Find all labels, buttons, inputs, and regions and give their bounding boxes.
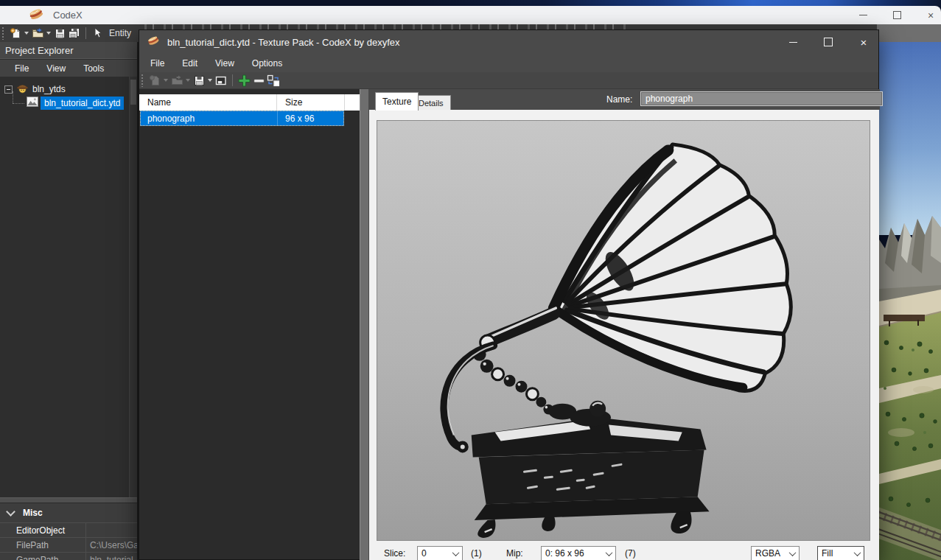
slice-count: (1) [471, 548, 482, 559]
open-project-button[interactable] [30, 26, 45, 41]
chevron-down-icon [854, 549, 861, 556]
tab-texture[interactable]: Texture [375, 92, 419, 111]
list-preview-splitter[interactable] [360, 89, 369, 560]
mip-value: 0: 96 x 96 [545, 548, 584, 559]
minimize-icon [789, 42, 797, 43]
new-document-icon [149, 74, 161, 86]
new-button-disabled[interactable] [147, 73, 162, 88]
property-value[interactable]: bln_tutorial_ [86, 553, 137, 560]
export-texture-button[interactable] [214, 73, 228, 88]
property-value[interactable]: C:\Users\Ga [86, 538, 137, 552]
menu-edit[interactable]: Edit [173, 55, 206, 71]
menu-file[interactable]: File [6, 61, 38, 76]
open-button-disabled[interactable] [169, 73, 184, 88]
texture-pack-window: bln_tutorial_dict.ytd - Texture Pack - C… [139, 29, 879, 560]
mip-count: (7) [625, 548, 636, 559]
panel-splitter[interactable] [0, 497, 137, 503]
save-all-button[interactable] [67, 26, 82, 41]
main-window-title: CodeX [53, 10, 83, 21]
tree-node-root[interactable]: bln_ytds [4, 83, 66, 96]
texture-row-phonograph[interactable]: phonograph 96 x 96 [140, 111, 344, 126]
tab-strip: Texture Details Name: [369, 89, 880, 110]
property-label: EditorObject [16, 523, 86, 537]
main-titlebar: CodeX × [0, 6, 941, 24]
texture-minimize-button[interactable] [787, 36, 799, 48]
misc-properties-panel: Misc EditorObject FilePath C:\Users\Ga G… [0, 503, 137, 560]
property-row-gamepath[interactable]: GamePath bln_tutorial_ [0, 552, 137, 560]
new-document-icon [10, 27, 21, 39]
texture-name-input[interactable] [640, 91, 883, 106]
property-label: GamePath [16, 553, 86, 560]
menu-tools[interactable]: Tools [74, 61, 113, 76]
open-dropdown-caret-icon[interactable] [46, 32, 51, 35]
menu-view[interactable]: View [206, 55, 243, 71]
select-tool-button[interactable] [90, 26, 105, 41]
new-dropdown-caret-icon[interactable] [24, 32, 29, 35]
game-viewport[interactable] [879, 42, 941, 560]
texture-preview [377, 120, 870, 541]
toolbar-right-fill [877, 24, 941, 42]
new-dropdown-caret-icon[interactable] [164, 79, 168, 82]
chevron-down-icon [606, 549, 613, 556]
menu-file[interactable]: File [141, 55, 173, 71]
save-dropdown-caret-icon[interactable] [208, 79, 212, 82]
image-file-icon [27, 97, 38, 110]
project-tree: bln_ytds bln_tutorial_dict.ytd [0, 77, 137, 497]
texture-window-menubar: File Edit View Options [139, 54, 878, 72]
channels-value: RGBA [755, 548, 780, 559]
main-minimize-button[interactable] [857, 10, 869, 21]
collapse-icon[interactable] [4, 85, 13, 94]
mip-label: Mip: [506, 548, 523, 559]
main-close-button[interactable]: × [925, 10, 937, 21]
scrollbar-thumb[interactable] [130, 80, 136, 105]
texture-maximize-button[interactable] [822, 36, 834, 48]
save-all-icon [68, 27, 81, 39]
project-explorer-panel: Project Explorer File View Tools bln_ytd… [0, 42, 139, 560]
main-maximize-button[interactable] [891, 10, 903, 21]
texture-window-title: bln_tutorial_dict.ytd - Texture Pack - C… [167, 37, 400, 48]
maximize-icon [824, 38, 833, 46]
texture-window-titlebar[interactable]: bln_tutorial_dict.ytd - Texture Pack - C… [139, 30, 878, 54]
project-explorer-title: Project Explorer [5, 45, 73, 56]
tree-node-ytd[interactable]: bln_tutorial_dict.ytd [4, 97, 124, 110]
chevron-down-icon [6, 507, 15, 517]
misc-rows: EditorObject FilePath C:\Users\Ga GamePa… [0, 522, 137, 560]
save-button[interactable] [52, 26, 67, 41]
phonograph-texture-image [377, 121, 870, 540]
toolbar-icons-partial [144, 24, 631, 29]
name-field-label: Name: [606, 94, 632, 105]
channels-select[interactable]: RGBA [751, 546, 800, 560]
texture-close-button[interactable]: × [858, 36, 870, 48]
save-button[interactable] [192, 73, 206, 88]
property-row-filepath[interactable]: FilePath C:\Users\Ga [0, 537, 137, 552]
close-icon: × [861, 37, 867, 48]
tree-child-label-selected[interactable]: bln_tutorial_dict.ytd [41, 97, 124, 110]
desktop: CodeX × [0, 0, 941, 560]
preview-controls: Slice: 0 (1) Mip: 0: 96 x 96 (7) RGBA Fi [369, 546, 879, 560]
new-project-button[interactable] [8, 26, 23, 41]
tree-root-label: bln_ytds [32, 84, 66, 94]
fit-select[interactable]: Fill [817, 546, 864, 560]
add-texture-button[interactable] [237, 73, 251, 88]
maximize-icon [893, 11, 901, 19]
property-label: FilePath [16, 538, 86, 552]
slice-select[interactable]: 0 [417, 546, 463, 560]
close-icon: × [928, 10, 934, 21]
open-dropdown-caret-icon[interactable] [186, 79, 190, 82]
misc-header[interactable]: Misc [0, 506, 43, 519]
replace-texture-button[interactable] [266, 73, 281, 88]
menu-view[interactable]: View [38, 61, 74, 76]
entity-mode-label[interactable]: Entity [109, 28, 131, 38]
open-folder-icon [171, 74, 183, 86]
open-folder-icon [32, 27, 44, 39]
column-header-size[interactable]: Size [277, 94, 345, 111]
save-floppy-icon [55, 28, 66, 39]
remove-texture-button[interactable] [251, 73, 266, 88]
menu-options[interactable]: Options [243, 55, 291, 71]
property-row-editorobject[interactable]: EditorObject [0, 522, 137, 537]
project-tree-scrollbar[interactable] [129, 77, 137, 497]
property-value[interactable] [86, 523, 137, 537]
column-header-name[interactable]: Name [139, 94, 277, 111]
mip-select[interactable]: 0: 96 x 96 [541, 546, 616, 560]
game-scene [879, 42, 941, 560]
